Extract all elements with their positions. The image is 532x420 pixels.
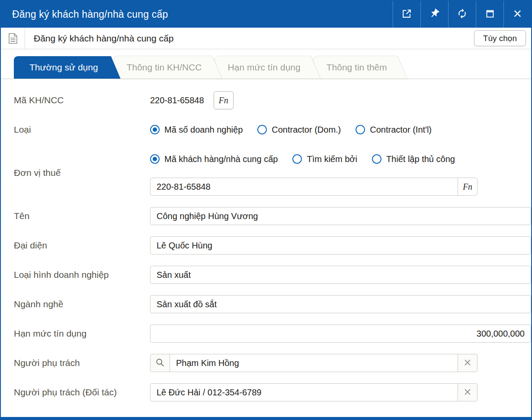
ma-kh-ncc-value: 220-81-65848	[150, 95, 204, 105]
field-label-loai-hinh-doanh-nghiep: Loại hình doanh nghiệp	[14, 270, 150, 280]
field-loai-hinh-doanh-nghiep	[150, 266, 531, 284]
field-loai: Mã số doanh nghiệp Contractor (Dom.) Con…	[150, 121, 531, 139]
titlebar-controls	[393, 1, 531, 28]
pin-icon	[429, 8, 440, 20]
fn-button-ma-kh-ncc[interactable]: Fn	[214, 91, 234, 109]
radio-contractor-dom[interactable]: Contractor (Dom.)	[257, 125, 341, 135]
clear-icon	[464, 388, 471, 397]
radio-dot	[372, 154, 381, 164]
window-title: Đăng ký khách hàng/nhà cung cấp	[1, 1, 393, 28]
tab-thong-tin-them[interactable]: Thông tin thêm	[314, 56, 407, 79]
radio-thiet-lap-thu-cong[interactable]: Thiết lập thủ công	[372, 154, 455, 164]
field-label-han-muc-tin-dung: Hạn mức tín dụng	[14, 328, 150, 339]
pin-button[interactable]	[420, 1, 448, 28]
radio-label: Tìm kiếm bởi	[307, 154, 357, 164]
field-don-vi-thue: Mã khách hàng/nhà cung cấp Tìm kiếm bởi …	[150, 150, 531, 196]
radio-dot-selected	[150, 154, 160, 164]
loai-hinh-doanh-nghiep-input[interactable]	[150, 266, 531, 284]
radio-ma-so-doanh-nghiep[interactable]: Mã số doanh nghiệp	[150, 125, 243, 135]
don-vi-thue-input[interactable]	[150, 178, 458, 196]
document-icon	[1, 28, 25, 49]
page-title: Đăng ký khách hàng/nhà cung cấp	[25, 33, 474, 44]
tab-bar: Thường sử dụng Thông tin KH/NCC Hạn mức …	[1, 49, 531, 79]
radio-label: Thiết lập thủ công	[386, 154, 455, 164]
ten-input[interactable]	[150, 207, 531, 225]
field-nguoi-phu-trach	[150, 354, 531, 372]
han-muc-tin-dung-input[interactable]	[150, 325, 531, 343]
nguoi-phu-trach-doi-tac-input[interactable]	[150, 383, 458, 401]
refresh-button[interactable]	[448, 1, 476, 28]
tab-thuong-su-dung[interactable]: Thường sử dụng	[14, 56, 121, 79]
radio-dot	[356, 125, 365, 134]
field-nganh-nghe	[150, 295, 531, 313]
dialog-window: Đăng ký khách hàng/nhà cung cấp	[0, 0, 532, 420]
radio-ma-khach-hang-ncc[interactable]: Mã khách hàng/nhà cung cấp	[150, 154, 278, 164]
page-header: Đăng ký khách hàng/nhà cung cấp Tùy chọn	[1, 28, 531, 49]
field-label-don-vi-thue: Đơn vị thuế	[14, 168, 150, 178]
fn-button-don-vi-thue[interactable]: Fn	[458, 178, 478, 196]
don-vi-thue-radio-group: Mã khách hàng/nhà cung cấp Tìm kiếm bởi …	[150, 150, 478, 168]
radio-label: Contractor (Dom.)	[272, 125, 341, 135]
clear-icon	[464, 359, 471, 367]
search-icon	[155, 358, 165, 369]
field-label-dai-dien: Đại diện	[14, 240, 150, 251]
clear-button-nguoi-phu-trach-doi-tac[interactable]	[458, 383, 478, 401]
search-button[interactable]	[150, 354, 170, 372]
close-button[interactable]	[503, 1, 531, 28]
nguoi-phu-trach-input[interactable]	[170, 354, 458, 372]
nganh-nghe-input[interactable]	[150, 295, 531, 313]
tab-thong-tin-kh-ncc[interactable]: Thông tin KH/NCC	[114, 56, 222, 79]
close-icon	[512, 8, 523, 20]
field-han-muc-tin-dung	[150, 325, 531, 343]
tab-han-muc-tin-dung[interactable]: Hạn mức tín dụng	[215, 56, 320, 79]
radio-dot-selected	[150, 125, 160, 134]
radio-tim-kiem-boi[interactable]: Tìm kiếm bởi	[292, 154, 357, 164]
radio-label: Contractor (Int'l)	[370, 125, 432, 135]
loai-radio-group: Mã số doanh nghiệp Contractor (Dom.) Con…	[150, 121, 432, 139]
field-ma-kh-ncc: 220-81-65848 Fn	[150, 91, 531, 109]
field-ten	[150, 207, 531, 225]
radio-contractor-intl[interactable]: Contractor (Int'l)	[356, 125, 432, 135]
radio-dot	[257, 125, 267, 134]
field-label-nganh-nghe: Ngành nghề	[14, 299, 150, 309]
field-nguoi-phu-trach-doi-tac	[150, 383, 531, 401]
clear-button-nguoi-phu-trach[interactable]	[458, 354, 478, 372]
open-new-window-button[interactable]	[393, 1, 420, 28]
radio-label: Mã số doanh nghiệp	[164, 125, 243, 135]
maximize-button[interactable]	[476, 1, 503, 28]
field-label-nguoi-phu-trach: Người phụ trách	[14, 358, 150, 368]
form-body: Mã KH/NCC 220-81-65848 Fn Loại Mã số doa…	[1, 79, 531, 417]
field-dai-dien	[150, 236, 531, 255]
refresh-icon	[457, 8, 468, 20]
dai-dien-input[interactable]	[150, 236, 531, 255]
options-button[interactable]: Tùy chọn	[474, 30, 526, 46]
field-label-loai: Loại	[14, 124, 150, 135]
titlebar: Đăng ký khách hàng/nhà cung cấp	[1, 1, 531, 28]
open-new-window-icon	[401, 8, 412, 20]
maximize-icon	[485, 9, 495, 20]
field-label-ten: Tên	[14, 211, 150, 221]
field-label-nguoi-phu-trach-doi-tac: Người phụ trách (Đối tác)	[14, 387, 150, 398]
field-label-ma-kh-ncc: Mã KH/NCC	[14, 95, 150, 105]
radio-label: Mã khách hàng/nhà cung cấp	[164, 154, 278, 164]
radio-dot	[292, 154, 302, 164]
